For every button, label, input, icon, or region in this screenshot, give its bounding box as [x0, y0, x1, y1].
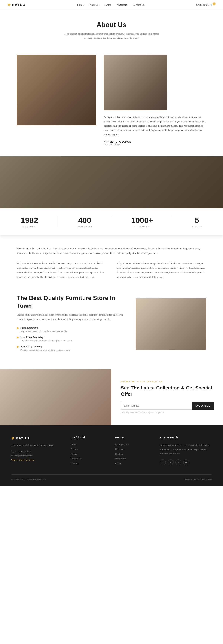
newsletter-section: SUBSCRIBE TO OUR NEWSLETTER See The Late…	[0, 369, 223, 425]
stat-founded: 1982 FOUNDED	[21, 216, 38, 228]
logo[interactable]: ❋ KAYUU	[8, 2, 26, 7]
cart-area[interactable]: Cart / $0.00 🛒 0	[196, 4, 215, 6]
cart-label: Cart / $0.00	[196, 4, 209, 6]
footer-grid: ❋ KAYUU 3538 Torrance Blvd, Torrance, CA…	[11, 436, 212, 467]
nav-contact[interactable]: Contact Us	[132, 4, 144, 6]
footer-stay: Stay In Touch Lorem ipsum dolor sit amet…	[160, 436, 212, 467]
text-col-2: Aliquet magna malesuada diam nunc quis d…	[117, 261, 206, 280]
stat-label-products: PRODUCTS	[131, 226, 153, 228]
furniture-desc: Sagittis enim, auctor ultrices dui etiam…	[17, 312, 124, 321]
cart-badge: 0	[212, 2, 215, 6]
phone-icon: 📞	[11, 450, 14, 453]
feature-label-2: Same Day Delivery	[21, 345, 70, 348]
main-nav: Home Products Rooms About Us Contact Us	[77, 4, 144, 6]
stat-number-stores: 5	[192, 216, 202, 225]
feature-dot-1	[17, 336, 19, 338]
feature-dot-2	[17, 346, 19, 348]
feature-content-1: Low Price Everyday Tincidunt sed eget nu…	[21, 336, 73, 342]
feature-item-0: Huge Selection Sagittis enim, auctor ult…	[17, 326, 124, 333]
footer-stay-text: Lorem ipsum dolor sit amet, consectetur …	[160, 443, 212, 456]
author-title: President of Kayuu	[104, 143, 206, 145]
footer-stay-heading: Stay In Touch	[160, 436, 212, 439]
feature-label-0: Huge Selection	[21, 326, 67, 329]
footer-visit-label[interactable]: VISIT OUR STORE	[11, 459, 63, 461]
footer-powered: Theme by Untime Furniture Store	[184, 478, 212, 480]
furniture-heading: The Best Quality Furniture Store In Town	[17, 294, 124, 310]
text-block: Faucibus etiam lacus sollicitudin sed am…	[9, 235, 214, 290]
newsletter-right: SUBSCRIBE TO OUR NEWSLETTER See The Late…	[112, 369, 223, 425]
feature-item-1: Low Price Everyday Tincidunt sed eget nu…	[17, 336, 124, 342]
stats-wrapper: 1982 FOUNDED 400 EMPLOYEES 1000+ PRODUCT…	[0, 156, 223, 235]
footer-rooms-heading: Rooms	[115, 436, 152, 439]
feature-content-0: Huge Selection Sagittis enim, auctor ult…	[21, 326, 67, 333]
feature-content-2: Same Day Delivery Pretium, tempus ultric…	[21, 345, 70, 352]
stats-bar: 1982 FOUNDED 400 EMPLOYEES 1000+ PRODUCT…	[0, 208, 223, 235]
stat-label-stores: STORES	[192, 226, 202, 228]
nav-about[interactable]: About Us	[117, 4, 127, 6]
intro-paragraph: Faucibus etiam lacus sollicitudin sed am…	[17, 246, 206, 256]
newsletter-form: SUBSCRIBE	[121, 402, 214, 410]
stat-employees: 400 EMPLOYEES	[77, 216, 93, 228]
footer-link-rooms[interactable]: Rooms	[71, 452, 108, 456]
footer-useful-links: Useful Link Home Products Rooms Contact …	[71, 436, 108, 467]
footer-link-contact[interactable]: Contact Us	[71, 457, 108, 460]
about-image-left	[17, 55, 96, 125]
stat-divider-2	[112, 216, 112, 228]
logo-text: KAYUU	[12, 3, 26, 7]
newsletter-note: Cras aliquam netus velit odio egestas fe…	[121, 412, 214, 414]
stat-number-founded: 1982	[21, 216, 38, 225]
nav-home[interactable]: Home	[77, 4, 84, 6]
footer-room-bath[interactable]: Bath Room	[115, 457, 152, 460]
feature-item-2: Same Day Delivery Pretium, tempus ultric…	[17, 345, 124, 352]
page-subtext: Tempus amet, sit erat malesuada lorem pu…	[63, 32, 160, 40]
furniture-left: The Best Quality Furniture Store In Town…	[17, 294, 124, 354]
footer-logo-icon: ❋	[11, 436, 15, 440]
social-facebook[interactable]: f	[160, 460, 166, 466]
footer-room-office[interactable]: Office	[115, 462, 152, 465]
stats-background	[0, 156, 223, 208]
social-twitter[interactable]: t	[168, 460, 173, 466]
subscribe-button[interactable]: SUBSCRIBE	[192, 402, 214, 410]
page-heading: About Us	[4, 21, 219, 29]
footer-link-products[interactable]: Products	[71, 448, 108, 450]
stat-divider-3	[172, 216, 172, 228]
portrait-image	[104, 55, 167, 110]
footer-logo-text: KAYUU	[16, 436, 29, 440]
feature-label-1: Low Price Everyday	[21, 336, 73, 338]
footer-rooms: Rooms Living Rooms Bedroom Kitchen Bath …	[115, 436, 152, 467]
furniture-right	[136, 298, 206, 350]
footer-links-list: Home Products Rooms Contact Us Careers	[71, 443, 108, 465]
footer-logo[interactable]: ❋ KAYUU	[11, 436, 63, 440]
furniture-section: The Best Quality Furniture Store In Town…	[9, 290, 214, 369]
nav-products[interactable]: Products	[89, 4, 99, 6]
social-instagram[interactable]: in	[175, 460, 181, 466]
feature-desc-0: Sagittis enim, auctor ultrices dui etiam…	[21, 330, 67, 333]
footer-social: f t in ▶	[160, 460, 212, 466]
newsletter-email-input[interactable]	[121, 402, 192, 410]
stat-products: 1000+ PRODUCTS	[131, 216, 153, 228]
feature-desc-2: Pretium, tempus ultrices lacus eleifend …	[21, 349, 70, 351]
newsletter-title: See The Latest Collection & Get Special …	[121, 385, 214, 398]
footer: ❋ KAYUU 3538 Torrance Blvd, Torrance, CA…	[0, 425, 223, 486]
nav-rooms[interactable]: Rooms	[104, 4, 111, 6]
store-image	[136, 298, 206, 350]
footer-room-living[interactable]: Living Rooms	[115, 443, 152, 446]
header: ❋ KAYUU Home Products Rooms About Us Con…	[0, 0, 223, 10]
footer-brand: ❋ KAYUU 3538 Torrance Blvd, Torrance, CA…	[11, 436, 63, 467]
feature-list: Huge Selection Sagittis enim, auctor ult…	[17, 326, 124, 352]
footer-useful-links-heading: Useful Link	[71, 436, 108, 439]
logo-icon: ❋	[8, 2, 11, 7]
feature-desc-1: Tincidunt sed eget nunc tellus viverra s…	[21, 339, 73, 342]
footer-address: 3538 Torrance Blvd, Torrance, CA 90503, …	[11, 444, 63, 448]
stat-label-employees: EMPLOYEES	[77, 226, 93, 228]
footer-link-careers[interactable]: Careers	[71, 462, 108, 465]
author-name: HARVEY D. GEORGE	[104, 140, 206, 143]
email-icon: ✉	[11, 454, 13, 457]
about-right: Eu egestas felis et viverra amet dictum …	[104, 55, 206, 145]
footer-room-bedroom[interactable]: Bedroom	[115, 448, 152, 450]
social-youtube[interactable]: ▶	[183, 460, 189, 466]
footer-room-kitchen[interactable]: Kitchen	[115, 452, 152, 456]
text-columns: Sit ipsum elit nisl commodo cursus diam …	[17, 261, 206, 280]
footer-link-home[interactable]: Home	[71, 443, 108, 446]
stat-label-founded: FOUNDED	[21, 226, 38, 228]
